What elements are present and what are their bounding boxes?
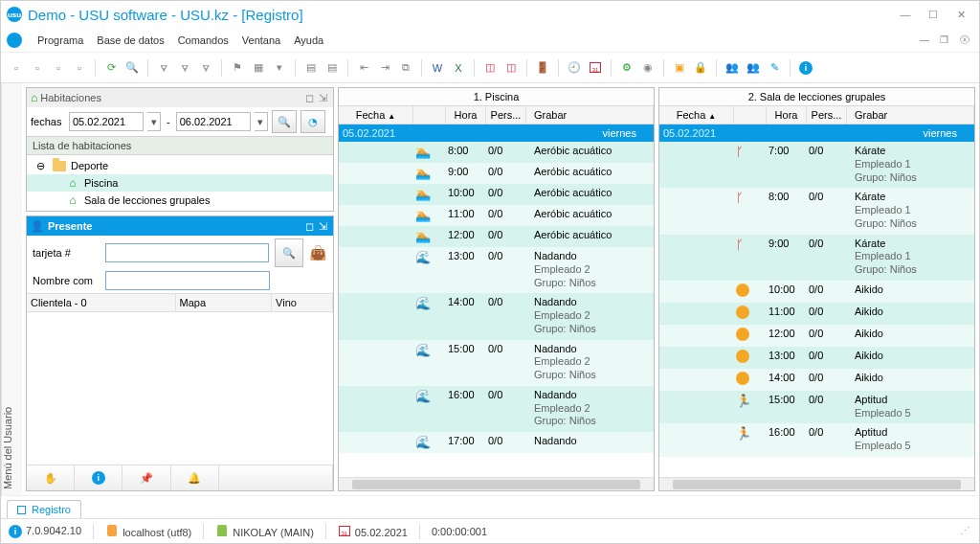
tool-rss-icon[interactable]: ▣	[670, 58, 689, 78]
tool-image-icon[interactable]: ▦	[249, 58, 268, 78]
tool-calendar-icon[interactable]	[586, 58, 605, 78]
schedule-row[interactable]: 🌊17:000/0Nadando	[339, 432, 654, 453]
panel-pin-icon[interactable]: ◻	[302, 92, 316, 104]
tool-excel-icon[interactable]: X	[449, 58, 468, 78]
card-input[interactable]	[105, 243, 269, 262]
schedule-row[interactable]: 10:000/0Aikido	[659, 281, 974, 303]
user-menu-tab[interactable]: Menú del Usuario	[1, 83, 22, 495]
tool-info-icon[interactable]: i	[796, 58, 815, 78]
tool-clock-icon[interactable]: 🕘	[565, 58, 584, 78]
schedule-row[interactable]: 🌊15:000/0NadandoEmpleado 2Grupo: Niños	[339, 340, 654, 386]
tool-users-icon[interactable]: 👥	[723, 58, 742, 78]
schedule-row[interactable]: 🏃16:000/0AptitudEmpleado 5	[659, 423, 974, 457]
date-to-dropdown[interactable]: ▾	[255, 112, 268, 131]
maximize-button[interactable]: ☐	[921, 9, 946, 21]
panel-pin2-icon[interactable]: ⇲	[316, 220, 329, 233]
tool-search-icon[interactable]: 🔍	[122, 58, 142, 78]
col-clients[interactable]: Clientela - 0	[27, 294, 176, 311]
tool-flag-icon[interactable]: ⚑	[228, 58, 247, 78]
tool-door-icon[interactable]: 🚪	[533, 58, 552, 78]
schedule-row[interactable]: ᚴ8:000/0KárateEmpleado 1Grupo: Niños	[659, 188, 974, 234]
col-hour[interactable]: Hora	[446, 106, 486, 124]
date-group-row[interactable]: 05.02.2021viernes	[659, 125, 974, 142]
date-reset-button[interactable]: ◔	[301, 110, 325, 133]
tool-lock-icon[interactable]: 🔒	[691, 58, 710, 78]
schedule-body[interactable]: 05.02.2021viernes🏊8:000/0Aeróbic acuátic…	[339, 125, 654, 477]
date-search-button[interactable]: 🔍	[272, 110, 297, 133]
col-rec[interactable]: Grabar	[847, 106, 974, 124]
search-client-button[interactable]: 🔍	[275, 238, 303, 267]
schedule-row[interactable]: 11:000/0Aikido	[659, 303, 974, 325]
info-button[interactable]: i	[75, 465, 122, 490]
name-input[interactable]	[105, 271, 270, 290]
col-map[interactable]: Mapa	[176, 294, 273, 311]
empty-button[interactable]	[219, 465, 333, 490]
menu-basededatos[interactable]: Base de datos	[91, 32, 169, 49]
date-from-dropdown[interactable]: ▾	[147, 112, 161, 131]
tool-dd-icon[interactable]: ▾	[270, 58, 289, 78]
schedule-row[interactable]: 🏊10:000/0Aeróbic acuático	[339, 184, 654, 205]
tree-node-deporte[interactable]: ⊖ Deporte	[27, 157, 333, 174]
mdi-close-button[interactable]: ⓧ	[956, 34, 973, 47]
col-wine[interactable]: Vino	[272, 294, 333, 311]
pin-button[interactable]: 📌	[122, 465, 170, 490]
schedule-row[interactable]: 🏊9:000/0Aeróbic acuático	[339, 163, 654, 184]
tool-filter2-icon[interactable]: ⛛	[175, 58, 194, 78]
date-group-row[interactable]: 05.02.2021viernes	[339, 125, 654, 142]
menu-ayuda[interactable]: Ayuda	[288, 32, 329, 49]
collapse-icon[interactable]: ⊖	[33, 159, 48, 172]
tree-node-sala[interactable]: ⌂ Sala de lecciones grupales	[27, 192, 333, 209]
tool-new-icon[interactable]: ▫	[7, 58, 26, 78]
tool-groups-icon[interactable]: 👥	[744, 58, 763, 78]
date-from-input[interactable]: 05.02.2021	[69, 112, 144, 131]
minimize-button[interactable]: —	[893, 9, 918, 20]
tool-ball-icon[interactable]: ◉	[638, 58, 657, 78]
mdi-minimize-button[interactable]: —	[916, 34, 933, 45]
tool-indent-icon[interactable]: ⇤	[354, 58, 373, 78]
col-pers[interactable]: Pers...	[486, 106, 526, 124]
bag-icon[interactable]: 👜	[309, 244, 327, 261]
tree-node-piscina[interactable]: ⌂ Piscina	[27, 174, 333, 192]
tool-pencil-icon[interactable]: ✎	[765, 58, 784, 78]
schedule-row[interactable]: 12:000/0Aikido	[659, 325, 974, 347]
col-date[interactable]: Fecha ▲	[339, 106, 413, 124]
mdi-restore-button[interactable]: ❐	[936, 34, 953, 45]
schedule-row[interactable]: 14:000/0Aikido	[659, 369, 974, 391]
menu-ventana[interactable]: Ventana	[236, 32, 286, 49]
hand-button[interactable]: ✋	[27, 465, 75, 490]
tool-checkout-icon[interactable]: ◫	[501, 58, 521, 78]
col-pers[interactable]: Pers...	[807, 106, 847, 124]
tool-checkin-icon[interactable]: ◫	[480, 58, 500, 78]
tool-filter-icon[interactable]: ⛛	[154, 58, 173, 78]
tool-export-icon[interactable]: ▫	[70, 58, 89, 78]
panel-pin2-icon[interactable]: ⇲	[316, 92, 329, 104]
schedule-row[interactable]: ᚴ7:000/0KárateEmpleado 1Grupo: Niños	[659, 142, 974, 188]
tool-save-icon[interactable]: ▫	[49, 58, 68, 78]
tool-copy-icon[interactable]: ⧉	[396, 58, 415, 78]
date-to-input[interactable]: 06.02.2021	[176, 112, 251, 131]
tool-word-icon[interactable]: W	[428, 58, 447, 78]
col-date[interactable]: Fecha ▲	[659, 106, 734, 124]
schedule-row[interactable]: 🌊14:000/0NadandoEmpleado 2Grupo: Niños	[339, 293, 654, 339]
tool-open-icon[interactable]: ▫	[28, 58, 47, 78]
schedule-row[interactable]: 🏊8:000/0Aeróbic acuático	[339, 142, 654, 163]
schedule-row[interactable]: ᚴ9:000/0KárateEmpleado 1Grupo: Niños	[659, 235, 974, 281]
schedule-row[interactable]: 🏃15:000/0AptitudEmpleado 5	[659, 391, 974, 424]
menu-programa[interactable]: Programa	[32, 32, 89, 49]
tool-grid-icon[interactable]: ▤	[301, 58, 321, 78]
schedule-row[interactable]: 🌊16:000/0NadandoEmpleado 2Grupo: Niños	[339, 386, 654, 432]
resize-grip-icon[interactable]: ⋰	[960, 525, 971, 537]
close-button[interactable]: ✕	[948, 9, 973, 21]
col-hour[interactable]: Hora	[767, 106, 807, 124]
schedule-row[interactable]: 🏊11:000/0Aeróbic acuático	[339, 205, 654, 226]
col-rec[interactable]: Grabar	[526, 106, 654, 124]
panel-pin-icon[interactable]: ◻	[302, 220, 316, 233]
schedule-row[interactable]: 🌊13:000/0NadandoEmpleado 2Grupo: Niños	[339, 247, 654, 293]
tab-registro[interactable]: Registro	[7, 500, 81, 518]
schedule-row[interactable]: 🏊12:000/0Aeróbic acuático	[339, 226, 654, 247]
tool-gear-icon[interactable]: ⚙	[617, 58, 636, 78]
horizontal-scrollbar[interactable]	[659, 477, 974, 490]
tool-outdent-icon[interactable]: ⇥	[375, 58, 394, 78]
tool-refresh-icon[interactable]: ⟳	[101, 58, 121, 78]
tool-filter3-icon[interactable]: ⛛	[196, 58, 215, 78]
